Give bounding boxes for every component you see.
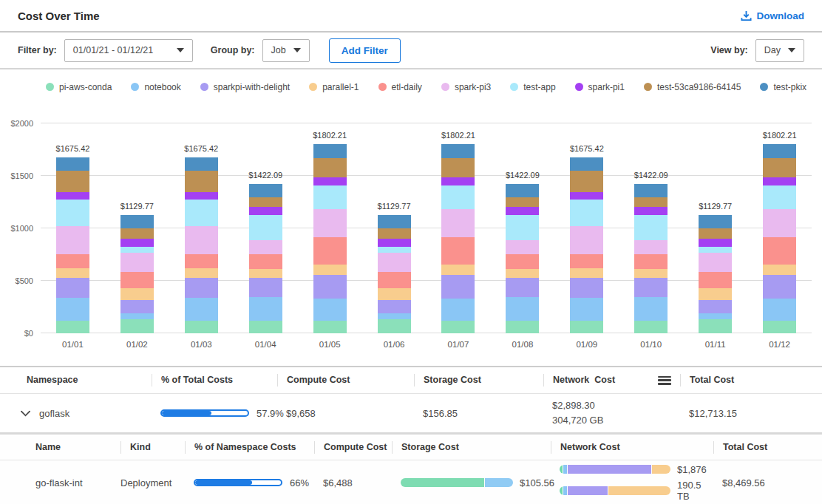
bar-segment-pi-aws-conda[interactable] [378, 319, 411, 333]
bar-segment-parallel-1[interactable] [506, 269, 539, 279]
bar-segment-test-53ca9186-64145[interactable] [506, 197, 539, 207]
bar-segment-parallel-1[interactable] [185, 268, 218, 278]
bar-segment-etl-daily[interactable] [570, 254, 603, 268]
bar-segment-test-53ca9186-64145[interactable] [699, 228, 732, 239]
bar-segment-notebook[interactable] [249, 297, 282, 320]
bar-segment-test-53ca9186-64145[interactable] [634, 197, 668, 207]
bar-segment-notebook[interactable] [570, 298, 603, 321]
bar-segment-test-53ca9186-64145[interactable] [120, 228, 154, 239]
bar-segment-spark-pi1[interactable] [56, 192, 89, 200]
download-button[interactable]: Download [741, 10, 805, 21]
bar-segment-sparkpi-with-delight[interactable] [763, 275, 796, 299]
bar-segment-spark-pi3[interactable] [120, 253, 154, 272]
bar-segment-sparkpi-with-delight[interactable] [56, 278, 89, 297]
bar-segment-notebook[interactable] [441, 299, 475, 321]
stacked-bar-01/07[interactable]: $1802.21 [441, 144, 475, 333]
bar-segment-test-pkix[interactable] [634, 184, 668, 197]
bar-segment-test-app[interactable] [249, 215, 282, 240]
bar-segment-etl-daily[interactable] [699, 272, 732, 288]
bar-segment-spark-pi3[interactable] [763, 209, 796, 237]
bar-segment-etl-daily[interactable] [313, 237, 347, 265]
stacked-bar-01/03[interactable]: $1675.42 [185, 157, 218, 333]
bar-segment-parallel-1[interactable] [441, 265, 475, 275]
stacked-bar-01/02[interactable]: $1129.77 [120, 215, 154, 333]
bar-segment-test-pkix[interactable] [699, 215, 732, 228]
bar-segment-spark-pi1[interactable] [185, 192, 218, 200]
bar-segment-etl-daily[interactable] [249, 254, 282, 268]
bar-segment-parallel-1[interactable] [56, 268, 89, 278]
bar-segment-spark-pi3[interactable] [378, 253, 411, 272]
bar-segment-etl-daily[interactable] [185, 254, 218, 268]
bar-segment-sparkpi-with-delight[interactable] [185, 278, 218, 297]
bar-segment-sparkpi-with-delight[interactable] [120, 300, 154, 313]
stacked-bar-01/09[interactable]: $1675.42 [570, 157, 603, 333]
bar-segment-pi-aws-conda[interactable] [249, 321, 282, 333]
bar-segment-test-pkix[interactable] [185, 157, 218, 171]
bar-segment-parallel-1[interactable] [313, 265, 347, 275]
bar-segment-spark-pi1[interactable] [249, 207, 282, 215]
bar-segment-spark-pi1[interactable] [763, 177, 796, 185]
bar-segment-test-pkix[interactable] [570, 157, 603, 171]
subtable-row-go-flask-int[interactable]: go-flask-int Deployment 66% $6,488 $105.… [0, 460, 822, 504]
bar-segment-test-app[interactable] [506, 215, 539, 240]
bar-segment-notebook[interactable] [313, 299, 347, 321]
bar-segment-pi-aws-conda[interactable] [506, 321, 539, 333]
bar-segment-test-53ca9186-64145[interactable] [763, 158, 796, 177]
add-filter-button[interactable]: Add Filter [329, 38, 401, 63]
bar-segment-test-53ca9186-64145[interactable] [249, 197, 282, 207]
legend-item-test-pkix[interactable]: test-pkix [760, 82, 806, 92]
bar-segment-test-53ca9186-64145[interactable] [441, 158, 475, 177]
bar-segment-test-app[interactable] [378, 247, 411, 253]
bar-segment-test-app[interactable] [441, 185, 475, 209]
chevron-down-icon[interactable] [21, 410, 30, 417]
bar-segment-spark-pi3[interactable] [441, 209, 475, 237]
bar-segment-notebook[interactable] [763, 299, 796, 321]
legend-item-pi-aws-conda[interactable]: pi-aws-conda [46, 82, 112, 92]
bar-segment-spark-pi1[interactable] [441, 177, 475, 185]
bar-segment-test-53ca9186-64145[interactable] [185, 171, 218, 192]
bar-segment-pi-aws-conda[interactable] [56, 321, 89, 333]
bar-segment-pi-aws-conda[interactable] [313, 321, 347, 333]
bar-segment-test-pkix[interactable] [763, 144, 796, 158]
bar-segment-sparkpi-with-delight[interactable] [634, 278, 668, 297]
bar-segment-parallel-1[interactable] [570, 268, 603, 278]
stacked-bar-01/10[interactable]: $1422.09 [634, 184, 668, 333]
legend-item-test-app[interactable]: test-app [510, 82, 555, 92]
bar-segment-spark-pi3[interactable] [699, 253, 732, 272]
bar-segment-etl-daily[interactable] [56, 254, 89, 268]
bar-segment-etl-daily[interactable] [763, 237, 796, 265]
stacked-bar-01/06[interactable]: $1129.77 [378, 215, 411, 333]
bar-segment-pi-aws-conda[interactable] [185, 321, 218, 333]
bar-segment-notebook[interactable] [120, 313, 154, 319]
bar-segment-parallel-1[interactable] [699, 288, 732, 300]
bar-segment-test-pkix[interactable] [249, 184, 282, 197]
bar-segment-etl-daily[interactable] [506, 254, 539, 268]
stacked-bar-01/11[interactable]: $1129.77 [699, 215, 732, 333]
bar-segment-test-app[interactable] [570, 200, 603, 226]
view-by-select[interactable]: Day [755, 39, 804, 62]
bar-segment-notebook[interactable] [506, 297, 539, 320]
legend-item-parallel-1[interactable]: parallel-1 [309, 82, 359, 92]
bar-segment-test-app[interactable] [634, 215, 668, 240]
bar-segment-pi-aws-conda[interactable] [699, 319, 732, 333]
bar-segment-notebook[interactable] [699, 313, 732, 319]
bar-segment-notebook[interactable] [634, 297, 668, 320]
bar-segment-test-app[interactable] [185, 200, 218, 226]
bar-segment-test-53ca9186-64145[interactable] [378, 228, 411, 239]
bar-segment-pi-aws-conda[interactable] [763, 321, 796, 333]
legend-item-test-53ca9186-64145[interactable]: test-53ca9186-64145 [644, 82, 741, 92]
bar-segment-sparkpi-with-delight[interactable] [506, 278, 539, 297]
bar-segment-sparkpi-with-delight[interactable] [441, 275, 475, 299]
bar-segment-parallel-1[interactable] [634, 269, 668, 279]
bar-segment-parallel-1[interactable] [120, 288, 154, 300]
bar-segment-sparkpi-with-delight[interactable] [378, 300, 411, 313]
bar-segment-test-pkix[interactable] [56, 157, 89, 171]
bar-segment-parallel-1[interactable] [378, 288, 411, 300]
bar-segment-etl-daily[interactable] [120, 272, 154, 288]
bar-segment-pi-aws-conda[interactable] [120, 319, 154, 333]
menu-icon[interactable] [658, 376, 671, 385]
bar-segment-test-pkix[interactable] [313, 144, 347, 158]
date-range-select[interactable]: 01/01/21 - 01/12/21 [64, 39, 193, 62]
bar-segment-spark-pi1[interactable] [313, 177, 347, 185]
bar-segment-spark-pi1[interactable] [634, 207, 668, 215]
